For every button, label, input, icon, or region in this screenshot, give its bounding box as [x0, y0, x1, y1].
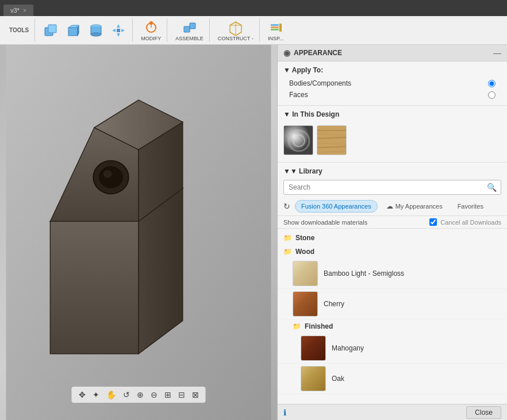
apply-to-header[interactable]: ▼ Apply To:	[283, 66, 501, 74]
svg-marker-12	[112, 29, 116, 32]
nav-controls: ✥ ✦ ✋ ↺ ⊕ ⊖ ⊞ ⊟ ⊠	[72, 387, 206, 403]
main-content: ✥ ✦ ✋ ↺ ⊕ ⊖ ⊞ ⊟ ⊠ ◉ APPEARANCE — ▼ Apply…	[0, 45, 507, 420]
toolbar: TOOLS	[0, 16, 507, 45]
library-tabs: ↻ Fusion 360 Appearances ☁ My Appearance…	[278, 197, 507, 216]
nav-pan-btn[interactable]: ✦	[90, 389, 102, 400]
svg-marker-28	[50, 221, 139, 353]
mahogany-material-row[interactable]: Mahogany	[278, 333, 507, 364]
tool-box-btn[interactable]	[63, 21, 84, 40]
in-this-design-label: ▼ In This Design	[283, 110, 339, 118]
nav-move-btn[interactable]: ✥	[76, 389, 88, 400]
mahogany-label: Mahogany	[332, 344, 364, 352]
favorites-label: Favorites	[458, 203, 483, 210]
cherry-material-row[interactable]: Cherry	[278, 289, 507, 319]
svg-point-36	[103, 170, 112, 178]
cloud-icon: ☁	[386, 202, 393, 210]
finished-category[interactable]: 📁 Finished	[278, 319, 507, 333]
cherry-thumbnail	[293, 291, 318, 317]
design-item-wood[interactable]	[317, 125, 347, 155]
cherry-label: Cherry	[324, 300, 344, 308]
panel-close-btn[interactable]: —	[493, 48, 501, 57]
library-header[interactable]: ▼ ▼ Library	[278, 163, 507, 178]
fusion-appearances-tab[interactable]: Fusion 360 Appearances	[295, 200, 378, 213]
nav-view-btn[interactable]: ⊟	[176, 389, 187, 400]
faces-label: Faces	[289, 91, 483, 99]
file-tab[interactable]: v3* ×	[3, 5, 33, 16]
3d-view-svg	[0, 45, 277, 420]
tool-new-btn[interactable]	[41, 21, 62, 40]
create-group	[37, 18, 133, 42]
tools-label: TOOLS	[7, 26, 31, 34]
mahogany-thumbnail	[301, 336, 326, 361]
svg-marker-4	[78, 25, 79, 36]
construct-label: CONSTRUCT -	[218, 36, 254, 41]
tool-move-btn[interactable]	[108, 21, 129, 40]
info-icon: ℹ	[283, 408, 286, 417]
bamboo-thumbnail	[293, 261, 318, 286]
svg-rect-2	[68, 28, 78, 36]
search-icon[interactable]: 🔍	[487, 183, 497, 192]
wood-preview-svg	[317, 126, 347, 155]
svg-marker-11	[117, 33, 120, 37]
bodies-components-row: Bodies/Components	[283, 78, 501, 89]
svg-rect-25	[271, 29, 279, 30]
library-arrow: ▼	[283, 167, 290, 175]
svg-point-35	[99, 166, 123, 188]
finished-label: Finished	[305, 322, 333, 330]
wood-category[interactable]: 📁 Wood	[278, 245, 507, 259]
tab-close-btn[interactable]: ×	[23, 7, 26, 14]
oak-thumbnail	[301, 366, 326, 391]
nav-grid-btn[interactable]: ⊞	[162, 389, 174, 400]
design-item-metal[interactable]	[283, 125, 313, 155]
nav-hand-btn[interactable]: ✋	[104, 389, 118, 400]
modify-label: MODIFY	[141, 36, 161, 41]
show-downloadable-label: Show downloadable materials	[283, 219, 426, 226]
viewport[interactable]: ✥ ✦ ✋ ↺ ⊕ ⊖ ⊞ ⊟ ⊠	[0, 45, 277, 420]
library-label: ▼ Library	[290, 167, 322, 175]
bamboo-label: Bamboo Light - Semigloss	[324, 269, 404, 278]
nav-orbit-btn[interactable]: ↺	[121, 389, 132, 400]
construct-group: CONSTRUCT -	[212, 18, 260, 42]
wood-label: Wood	[295, 248, 314, 256]
materials-list[interactable]: 📁 Stone 📁 Wood Bamboo Light - Semigloss …	[278, 229, 507, 404]
apply-to-section: ▼ Apply To: Bodies/Components Faces	[278, 61, 507, 106]
assemble-group: ASSEMBLE	[170, 18, 210, 42]
faces-radio[interactable]	[488, 91, 496, 99]
bamboo-material-row[interactable]: Bamboo Light - Semigloss	[278, 259, 507, 289]
modify-btn[interactable]: MODIFY	[139, 18, 163, 43]
svg-marker-13	[121, 29, 125, 32]
nav-zoom-out-btn[interactable]: ⊖	[148, 389, 160, 400]
tool-cylinder-btn[interactable]	[86, 21, 106, 40]
stone-folder-icon: 📁	[283, 234, 292, 242]
svg-marker-10	[117, 24, 120, 28]
inspect-btn[interactable]: INSP...	[266, 18, 286, 43]
favorites-tab[interactable]: Favorites	[451, 200, 490, 213]
search-input[interactable]	[283, 180, 501, 195]
construct-btn[interactable]: CONSTRUCT -	[216, 18, 256, 43]
oak-label: Oak	[332, 375, 344, 383]
assemble-icon	[182, 20, 198, 36]
nav-zoom-in-btn[interactable]: ⊕	[135, 389, 146, 400]
tools-group: TOOLS	[3, 18, 35, 42]
stone-category[interactable]: 📁 Stone	[278, 231, 507, 245]
my-appearances-tab[interactable]: ☁ My Appearances	[380, 199, 449, 213]
bodies-components-radio[interactable]	[488, 80, 496, 87]
in-this-design-header[interactable]: ▼ In This Design	[283, 110, 501, 118]
modify-group: MODIFY	[135, 18, 167, 42]
design-items-list	[283, 123, 501, 157]
move-icon	[110, 22, 126, 38]
svg-rect-1	[48, 25, 56, 33]
nav-display-btn[interactable]: ⊠	[190, 389, 201, 400]
tab-label: v3*	[10, 7, 20, 14]
refresh-btn[interactable]: ↻	[283, 202, 290, 211]
inspect-label: INSP...	[268, 36, 283, 41]
close-button[interactable]: Close	[466, 406, 501, 419]
new-component-icon	[43, 22, 59, 38]
assemble-btn[interactable]: ASSEMBLE	[173, 18, 206, 43]
oak-material-row[interactable]: Oak	[278, 364, 507, 394]
show-downloadable-checkbox[interactable]	[429, 218, 437, 226]
svg-point-16	[149, 21, 153, 25]
fusion-tab-label: Fusion 360 Appearances	[301, 203, 371, 210]
cylinder-icon	[88, 22, 104, 38]
svg-rect-23	[271, 24, 279, 26]
